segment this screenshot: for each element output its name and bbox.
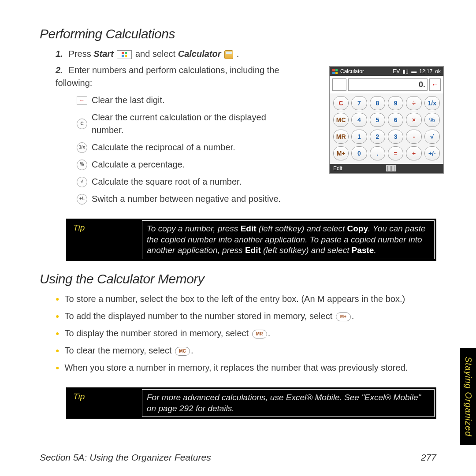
footer-left: Section 5A: Using the Organizer Features xyxy=(40,452,211,463)
calc-key-0[interactable]: 0 xyxy=(351,146,367,160)
calc-key-MC[interactable]: MC xyxy=(333,113,349,127)
calc-bottombar: Edit xyxy=(330,164,443,173)
bullet-a: To store a number, select the box to the… xyxy=(56,293,436,305)
calc-key-8[interactable]: 8 xyxy=(370,96,385,110)
heading-performing: Performing Calculations xyxy=(40,26,436,41)
footer-right: 277 xyxy=(421,452,436,463)
calc-time: 12:17 xyxy=(419,68,432,74)
battery-icon: ▬ xyxy=(411,68,416,74)
mplus-icon: M+ xyxy=(336,312,351,321)
tip1-text: To copy a number, press Edit (left softk… xyxy=(142,220,435,259)
calc-key-[interactable]: × xyxy=(406,113,421,127)
calc-ok[interactable]: ok xyxy=(435,68,441,74)
tip-box-1: Tip To copy a number, press Edit (left s… xyxy=(66,219,436,261)
sub-b: Clear the current calculation or the dis… xyxy=(92,111,285,137)
calc-key-7[interactable]: 7 xyxy=(351,96,367,110)
calc-edit[interactable]: Edit xyxy=(333,165,342,171)
calc-ev: EV xyxy=(393,68,400,74)
calc-display: 0. xyxy=(348,78,428,91)
reciprocal-icon: 1/x xyxy=(77,142,87,153)
bullet-d: To clear the memory, select MC. xyxy=(56,344,436,357)
step-2: 2. Enter numbers and perform calculation… xyxy=(56,64,285,205)
calc-keys: C789÷1/xMC456×%MR123-√M+0.=++/- xyxy=(330,93,443,164)
mr-icon: MR xyxy=(252,330,267,338)
step1-text-a: Press xyxy=(69,49,94,59)
calc-key-2[interactable]: 2 xyxy=(370,130,385,144)
tip2-label: Tip xyxy=(66,387,142,419)
bullet-e: When you store a number in memory, it re… xyxy=(56,361,436,374)
sub-d: Calculate a percentage. xyxy=(92,158,185,171)
calc-key-[interactable]: - xyxy=(406,130,421,144)
tip1-label: Tip xyxy=(66,219,142,261)
calc-key-[interactable]: +/- xyxy=(424,146,440,160)
sqrt-icon: √ xyxy=(77,177,87,187)
calc-key-1[interactable]: 1 xyxy=(351,130,367,144)
step1-calculator: Calculator xyxy=(178,49,221,59)
sub-e: Calculate the square root of a number. xyxy=(92,175,242,188)
calc-titlebar: Calculator EV ▮▯ ▬ 12:17 ok xyxy=(330,67,443,76)
mc-icon: MC xyxy=(175,347,190,356)
calculator-app-icon xyxy=(224,50,233,59)
plusminus-icon: +/- xyxy=(77,194,87,205)
keyboard-icon[interactable] xyxy=(386,165,396,171)
calc-title: Calculator xyxy=(340,68,364,74)
step1-text-b: and select xyxy=(135,49,178,59)
sub-c: Calculate the reciprocal of a number. xyxy=(92,141,235,154)
clear-icon: C xyxy=(77,119,87,129)
footer: Section 5A: Using the Organizer Features… xyxy=(40,452,436,463)
tip-box-2: Tip For more advanced calculations, use … xyxy=(66,387,436,419)
tip2-text: For more advanced calculations, use Exce… xyxy=(142,389,435,417)
side-tab: Staying Organized xyxy=(460,348,476,445)
calc-memory-box[interactable] xyxy=(332,78,346,91)
start-key-icon xyxy=(117,50,132,59)
calc-key-[interactable]: . xyxy=(370,146,385,160)
calc-key-MR[interactable]: MR xyxy=(333,130,349,144)
calc-key-4[interactable]: 4 xyxy=(351,113,367,127)
step1-start: Start xyxy=(93,49,114,59)
calculator-screenshot: Calculator EV ▮▯ ▬ 12:17 ok 0. ← C789÷1/… xyxy=(329,66,444,174)
step1-text-c: . xyxy=(237,49,239,59)
calc-key-9[interactable]: 9 xyxy=(388,96,403,110)
backspace-icon: ← xyxy=(77,96,87,105)
calc-key-[interactable]: √ xyxy=(424,130,440,144)
bullet-b: To add the displayed number to the numbe… xyxy=(56,310,436,323)
calc-key-[interactable]: + xyxy=(406,146,421,160)
windows-icon xyxy=(332,69,338,74)
calc-backspace[interactable]: ← xyxy=(429,78,441,91)
calc-key-1x[interactable]: 1/x xyxy=(424,96,440,110)
calc-key-C[interactable]: C xyxy=(333,96,349,110)
sub-a: Clear the last digit. xyxy=(92,94,165,107)
calc-key-[interactable]: = xyxy=(388,146,403,160)
heading-memory: Using the Calculator Memory xyxy=(40,271,436,286)
calc-key-3[interactable]: 3 xyxy=(388,130,403,144)
step2-text: Enter numbers and perform calculations, … xyxy=(56,65,279,88)
sub-f: Switch a number between negative and pos… xyxy=(92,193,281,205)
signal-icon: ▮▯ xyxy=(402,68,409,74)
step-1: 1. Press Start and select Calculator . xyxy=(56,48,436,60)
calc-key-[interactable]: % xyxy=(424,113,440,127)
calc-key-M[interactable]: M+ xyxy=(333,146,349,160)
calc-key-6[interactable]: 6 xyxy=(388,113,403,127)
calc-key-5[interactable]: 5 xyxy=(370,113,385,127)
percent-icon: % xyxy=(77,160,87,170)
calc-key-[interactable]: ÷ xyxy=(406,96,421,110)
bullet-c: To display the number stored in memory, … xyxy=(56,327,436,340)
calc-display-row: 0. ← xyxy=(330,76,443,93)
